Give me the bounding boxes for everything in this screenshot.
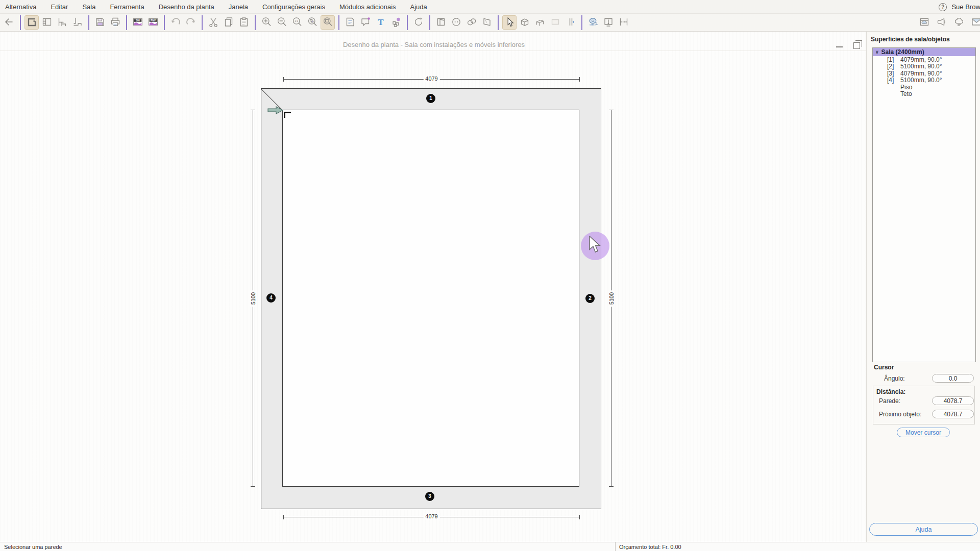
measuring-tape-icon xyxy=(587,16,599,29)
help-button[interactable]: Ajuda xyxy=(869,523,978,536)
zoom-in-button[interactable] xyxy=(259,15,274,30)
distance-groupbox: Distância: xyxy=(873,386,975,424)
door-button[interactable] xyxy=(434,15,448,30)
workspace: Desenho da planta - Sala com instalações… xyxy=(0,32,980,542)
menu-janela[interactable]: Janela xyxy=(222,1,255,13)
plan-view-button[interactable] xyxy=(24,15,39,30)
tree-item-wall-1[interactable]: [1] 4079mm, 90.0° xyxy=(873,56,975,63)
select-cursor-button[interactable] xyxy=(502,15,517,30)
zoom-fit-icon xyxy=(322,16,333,29)
save-button[interactable] xyxy=(93,15,107,30)
tree-item-wall-3[interactable]: [3] 4079mm, 90.0° xyxy=(873,70,975,77)
wall-marker-3[interactable]: 3 xyxy=(425,492,434,501)
distance-label: Distância: xyxy=(876,388,905,395)
wall-distance-label: Parede: xyxy=(879,397,900,405)
elevation-view-button[interactable] xyxy=(55,15,69,30)
tree-item-wall-2[interactable]: [2] 5100mm, 90.0° xyxy=(873,63,975,70)
image-pnv-button[interactable]: PNV xyxy=(146,15,160,30)
zoom-out-button[interactable] xyxy=(275,15,289,30)
wall-distance-input[interactable] xyxy=(932,396,974,405)
angle-input[interactable] xyxy=(932,374,974,383)
toolbar-separator xyxy=(498,15,499,30)
redo-button[interactable] xyxy=(184,15,198,30)
menu-alternativa[interactable]: Alternativa xyxy=(0,1,43,13)
svg-text:PNV: PNV xyxy=(151,19,156,21)
menu-modulos-adicionais[interactable]: Módulos adicionais xyxy=(332,1,403,13)
envelope-button[interactable] xyxy=(969,16,980,30)
tree-item-wall-4[interactable]: [4] 5100mm, 90.0° xyxy=(873,77,975,84)
toolbar-separator xyxy=(338,15,339,30)
copy-button[interactable] xyxy=(222,15,236,30)
menu-configuracoes-gerais[interactable]: Configurações gerais xyxy=(255,1,332,13)
tree-item-teto[interactable]: Teto xyxy=(873,91,975,98)
comment-button[interactable] xyxy=(358,15,373,30)
app-window-cloud-icon xyxy=(919,16,930,29)
menu-editar[interactable]: Editar xyxy=(43,1,75,13)
undo-button[interactable] xyxy=(168,15,183,30)
dimension-position-button[interactable] xyxy=(601,15,616,30)
surfaces-tree[interactable]: ∨ Sala (2400mm) [1] 4079mm, 90.0° [2] 51… xyxy=(872,47,976,362)
measuring-tape-button[interactable] xyxy=(586,15,600,30)
zoom-selection-button[interactable] xyxy=(305,15,320,30)
comment-icon xyxy=(360,16,371,29)
text-button[interactable]: T xyxy=(374,15,388,30)
dimension-bottom: 4079 xyxy=(283,517,580,517)
furniture-button[interactable] xyxy=(533,15,547,30)
menu-desenho-da-planta[interactable]: Desenho da planta xyxy=(152,1,222,13)
color-blocks-icon xyxy=(390,16,402,29)
paste-icon xyxy=(238,16,250,29)
back-arrow-button[interactable] xyxy=(2,15,16,30)
note-button[interactable] xyxy=(343,15,357,30)
zoom-fit-button[interactable] xyxy=(321,15,335,30)
mirror-button[interactable] xyxy=(480,15,494,30)
cut-button[interactable] xyxy=(206,15,220,30)
chevron-down-icon[interactable]: ∨ xyxy=(875,49,879,55)
corner-view-icon xyxy=(72,16,83,29)
wall-marker-4[interactable]: 4 xyxy=(266,293,276,303)
room-floor[interactable] xyxy=(282,110,579,487)
toolbar-separator xyxy=(164,15,165,30)
save-icon xyxy=(94,16,106,29)
menu-ferramenta[interactable]: Ferramenta xyxy=(103,1,151,13)
wall-button[interactable] xyxy=(548,15,562,30)
tree-item-piso[interactable]: Piso xyxy=(873,84,975,91)
socket-button[interactable] xyxy=(449,15,463,30)
ventilation-button[interactable] xyxy=(464,15,479,30)
toolbar-separator xyxy=(88,15,89,30)
zoom-selection-icon xyxy=(307,16,318,29)
next-object-input[interactable] xyxy=(932,410,974,418)
paste-button[interactable] xyxy=(237,15,251,30)
zoom-actual-button[interactable]: 1:1 xyxy=(290,15,304,30)
plan-canvas[interactable]: Desenho da planta - Sala com instalações… xyxy=(0,32,866,542)
select-cursor-icon xyxy=(504,16,515,29)
menu-sala[interactable]: Sala xyxy=(75,1,103,13)
tree-item-sala[interactable]: ∨ Sala (2400mm) xyxy=(873,48,975,56)
toolbar-separator xyxy=(255,15,256,30)
restore-icon[interactable] xyxy=(853,42,860,49)
dimension-line-button[interactable] xyxy=(617,15,631,30)
menu-bar: Alternativa Editar Sala Ferramenta Desen… xyxy=(0,0,980,14)
megaphone-button[interactable] xyxy=(935,16,949,30)
menu-ajuda[interactable]: Ajuda xyxy=(403,1,434,13)
rotate-button[interactable] xyxy=(411,15,426,30)
image-360-button[interactable]: 360 xyxy=(131,15,145,30)
wall-view-button[interactable] xyxy=(40,15,54,30)
user-menu[interactable]: ? Sue Brown xyxy=(939,0,980,14)
wall-marker-1[interactable]: 1 xyxy=(426,94,435,103)
user-name: Sue Brown xyxy=(951,3,980,11)
wall-marker-2[interactable]: 2 xyxy=(585,294,595,303)
minimize-icon[interactable] xyxy=(836,46,843,47)
app-window-cloud-button[interactable] xyxy=(917,16,932,30)
align-parallel-button[interactable] xyxy=(564,15,578,30)
color-blocks-button[interactable] xyxy=(389,15,403,30)
cloud-chat-button[interactable] xyxy=(952,16,966,30)
room-box-button[interactable] xyxy=(518,15,532,30)
move-cursor-button[interactable]: Mover cursor xyxy=(897,428,950,437)
corner-view-button[interactable] xyxy=(70,15,85,30)
text-icon: T xyxy=(375,16,386,29)
toolbar-separator xyxy=(20,15,21,30)
ventilation-icon xyxy=(466,16,477,29)
help-circle-icon[interactable]: ? xyxy=(939,3,947,11)
main-toolbar: 360PNV1:1T xyxy=(0,14,980,32)
print-button[interactable] xyxy=(108,15,122,30)
